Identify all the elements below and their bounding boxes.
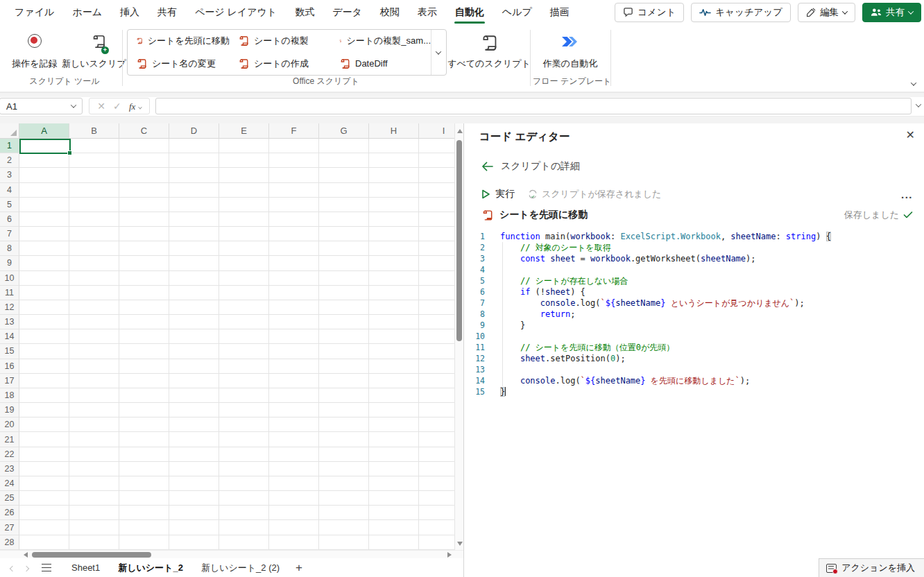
cell-I6[interactable] (419, 212, 454, 227)
menu-tab-ヘルプ[interactable]: ヘルプ (493, 0, 541, 24)
next-sheet-icon[interactable] (19, 562, 33, 573)
cell-C19[interactable] (119, 403, 169, 417)
cancel-entry-icon[interactable]: ✕ (97, 101, 105, 112)
row-header-17[interactable]: 17 (0, 374, 19, 388)
row-header-14[interactable]: 14 (0, 329, 19, 344)
code-line-13[interactable]: 13 (464, 364, 924, 375)
cell-F8[interactable] (269, 241, 319, 256)
cell-G18[interactable] (319, 388, 369, 403)
row-header-10[interactable]: 10 (0, 271, 19, 286)
cell-G20[interactable] (319, 417, 369, 432)
cell-G27[interactable] (319, 520, 369, 535)
cell-C15[interactable] (119, 344, 169, 359)
cell-B5[interactable] (69, 198, 119, 212)
cell-H5[interactable] (369, 198, 419, 212)
cell-E24[interactable] (219, 476, 269, 491)
cell-E21[interactable] (219, 432, 269, 447)
cell-F17[interactable] (269, 374, 319, 388)
add-sheet-button[interactable]: + (289, 561, 309, 575)
cell-A16[interactable] (19, 359, 69, 374)
cell-H21[interactable] (369, 432, 419, 447)
edit-mode-button[interactable]: 編集 (798, 3, 855, 22)
cell-I13[interactable] (419, 315, 454, 329)
cell-H4[interactable] (369, 183, 419, 198)
cell-I10[interactable] (419, 271, 454, 286)
cell-A1[interactable] (19, 139, 69, 153)
cell-I7[interactable] (419, 227, 454, 241)
code-line-1[interactable]: 1function main(workbook: ExcelScript.Wor… (464, 231, 924, 242)
cell-B28[interactable] (69, 535, 119, 550)
cell-C24[interactable] (119, 476, 169, 491)
cell-B12[interactable] (69, 300, 119, 315)
cell-F26[interactable] (269, 506, 319, 520)
cell-B20[interactable] (69, 417, 119, 432)
row-header-18[interactable]: 18 (0, 388, 19, 403)
cell-A10[interactable] (19, 271, 69, 286)
cell-B26[interactable] (69, 506, 119, 520)
row-header-23[interactable]: 23 (0, 462, 19, 476)
cell-B13[interactable] (69, 315, 119, 329)
cell-A14[interactable] (19, 329, 69, 344)
cell-I17[interactable] (419, 374, 454, 388)
cell-B21[interactable] (69, 432, 119, 447)
cell-G23[interactable] (319, 462, 369, 476)
confirm-entry-icon[interactable]: ✓ (113, 101, 121, 112)
cell-A22[interactable] (19, 447, 69, 462)
cell-G28[interactable] (319, 535, 369, 550)
cell-D2[interactable] (169, 153, 219, 168)
cell-F28[interactable] (269, 535, 319, 550)
cell-G13[interactable] (319, 315, 369, 329)
prev-sheet-icon[interactable] (6, 562, 19, 573)
cell-B3[interactable] (69, 168, 119, 182)
cell-I18[interactable] (419, 388, 454, 403)
cell-G12[interactable] (319, 300, 369, 315)
cell-A12[interactable] (19, 300, 69, 315)
cell-D3[interactable] (169, 168, 219, 182)
cell-C4[interactable] (119, 183, 169, 198)
cell-H26[interactable] (369, 506, 419, 520)
cell-D17[interactable] (169, 374, 219, 388)
cell-B4[interactable] (69, 183, 119, 198)
scroll-left-icon[interactable] (24, 552, 28, 558)
cell-A20[interactable] (19, 417, 69, 432)
cell-E1[interactable] (219, 139, 269, 153)
cell-F2[interactable] (269, 153, 319, 168)
menu-tab-ページ レイアウト[interactable]: ページ レイアウト (186, 0, 286, 24)
cell-D27[interactable] (169, 520, 219, 535)
cell-G21[interactable] (319, 432, 369, 447)
cell-F11[interactable] (269, 286, 319, 300)
cell-D15[interactable] (169, 344, 219, 359)
cell-E10[interactable] (219, 271, 269, 286)
cell-C18[interactable] (119, 388, 169, 403)
cell-B1[interactable] (69, 139, 119, 153)
cell-F25[interactable] (269, 491, 319, 506)
menu-tab-校閲[interactable]: 校閲 (371, 0, 409, 24)
cell-B10[interactable] (69, 271, 119, 286)
cell-G8[interactable] (319, 241, 369, 256)
cell-F4[interactable] (269, 183, 319, 198)
menu-tab-ファイル[interactable]: ファイル (6, 0, 63, 24)
sheet-tab-新しいシート_2 (2)[interactable]: 新しいシート_2 (2) (192, 558, 289, 577)
cell-E19[interactable] (219, 403, 269, 417)
cell-C2[interactable] (119, 153, 169, 168)
cell-H11[interactable] (369, 286, 419, 300)
cell-E6[interactable] (219, 212, 269, 227)
cell-A8[interactable] (19, 241, 69, 256)
cell-D7[interactable] (169, 227, 219, 241)
cell-D10[interactable] (169, 271, 219, 286)
sheet-tab-新しいシート_2[interactable]: 新しいシート_2 (109, 558, 192, 577)
script-gallery-item[interactable]: シートを先頭に移動 (128, 30, 230, 53)
cell-D9[interactable] (169, 256, 219, 270)
automate-work-button[interactable]: 作業の自動化 (534, 30, 606, 73)
code-line-3[interactable]: 3 const sheet = workbook.getWorksheet(sh… (464, 253, 924, 264)
code-line-4[interactable]: 4 (464, 264, 924, 275)
cell-G5[interactable] (319, 198, 369, 212)
code-line-15[interactable]: 15} (464, 386, 924, 397)
cell-I19[interactable] (419, 403, 454, 417)
cell-B9[interactable] (69, 256, 119, 270)
column-header-D[interactable]: D (169, 123, 219, 139)
cell-H15[interactable] (369, 344, 419, 359)
cell-C21[interactable] (119, 432, 169, 447)
scroll-down-icon[interactable] (457, 542, 463, 546)
cell-G1[interactable] (319, 139, 369, 153)
